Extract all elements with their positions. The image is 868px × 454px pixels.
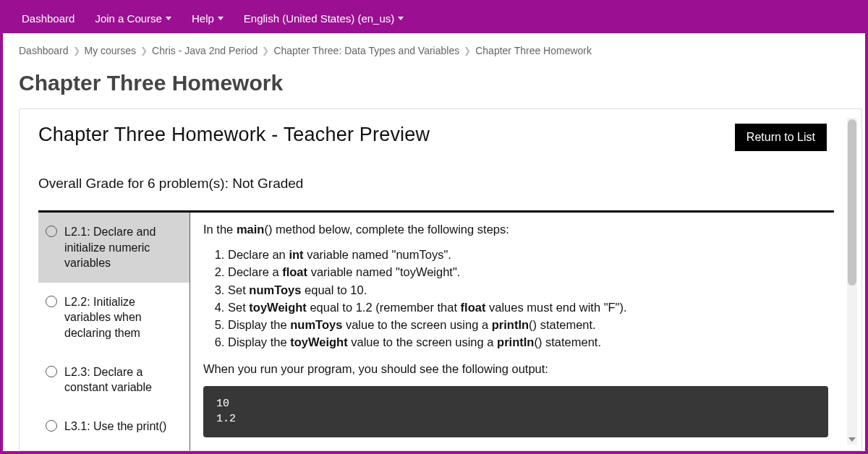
text: variable named "toyWeight".: [307, 265, 460, 278]
breadcrumb-item[interactable]: Chapter Three: Data Types and Variables: [273, 45, 459, 56]
detail-intro: In the main() method below, complete the…: [203, 223, 828, 236]
radio-icon: [46, 420, 57, 432]
text: equal to 1.2 (remember that: [307, 301, 461, 314]
radio-icon: [46, 226, 57, 237]
breadcrumb-item[interactable]: My courses: [85, 45, 137, 56]
page-title: Chapter Three Homework: [3, 68, 865, 108]
text: () statement.: [529, 318, 596, 331]
chevron-down-icon: [166, 17, 171, 20]
text-bold: toyWeight: [249, 301, 306, 314]
list-item: Declare a float variable named "toyWeigh…: [228, 264, 828, 280]
problem-detail: In the main() method below, complete the…: [190, 213, 834, 450]
text: equal to 10.: [301, 283, 367, 296]
text-bold: int: [289, 248, 303, 261]
text: Display the: [228, 335, 290, 348]
problem-item-label: L2.1: Declare and initialize numeric var…: [64, 224, 182, 271]
problem-item[interactable]: L2.1: Declare and initialize numeric var…: [38, 213, 190, 283]
problem-item-label: L3.1: Use the print(): [64, 419, 182, 434]
text-bold: numToys: [249, 283, 301, 296]
text: variable named "numToys".: [304, 248, 451, 261]
text: Declare an: [228, 248, 289, 261]
scroll-thumb[interactable]: [848, 119, 856, 286]
content-card: Chapter Three Homework - Teacher Preview…: [19, 108, 862, 451]
problem-item[interactable]: L2.3: Declare a constant variable: [38, 353, 190, 407]
text: value to the screen using a: [348, 335, 497, 348]
text: Set: [228, 301, 249, 314]
text: In the: [203, 223, 237, 236]
scroll-down-button[interactable]: [847, 434, 857, 445]
return-to-list-button[interactable]: Return to List: [735, 124, 827, 151]
nav-language-label: English (United States) (en_us): [244, 12, 394, 25]
text: () method below, complete the following …: [264, 223, 509, 236]
nav-language[interactable]: English (United States) (en_us): [234, 5, 414, 32]
problem-item[interactable]: L3.1: Use the print(): [38, 407, 190, 446]
text: Display the: [228, 318, 290, 331]
overall-grade: Overall Grade for 6 problem(s): Not Grad…: [38, 176, 856, 192]
problem-item-label: L2.3: Declare a constant variable: [64, 364, 182, 395]
problem-item-label: L2.2: Initialize variables when declarin…: [64, 294, 182, 341]
nav-dashboard-label: Dashboard: [22, 12, 75, 25]
problem-item[interactable]: L2.2: Initialize variables when declarin…: [38, 283, 190, 353]
radio-icon: [46, 366, 57, 377]
top-navbar: Dashboard Join a Course Help English (Un…: [3, 3, 865, 33]
breadcrumb-item[interactable]: Chapter Three Homework: [475, 45, 592, 56]
breadcrumb-item[interactable]: Dashboard: [19, 45, 69, 56]
nav-join-label: Join a Course: [95, 12, 162, 25]
text: Declare a: [228, 265, 282, 278]
detail-steps: Declare an int variable named "numToys".…: [228, 247, 828, 351]
text: () statement.: [534, 335, 601, 348]
expected-output: 10 1.2: [203, 386, 828, 438]
breadcrumb-item[interactable]: Chris - Java 2nd Period: [152, 45, 258, 56]
grade-label: Overall Grade for 6 problem(s):: [38, 176, 232, 191]
list-item: Display the toyWeight value to the scree…: [228, 334, 828, 350]
card-title: Chapter Three Homework - Teacher Preview: [38, 124, 430, 146]
grade-value: Not Graded: [232, 176, 303, 191]
text-bold: println: [497, 335, 534, 348]
chevron-down-icon: [848, 437, 856, 442]
text: values must end with "F").: [485, 301, 626, 314]
text: Set: [228, 283, 249, 296]
problem-list: L2.1: Declare and initialize numeric var…: [38, 213, 190, 450]
text-bold: toyWeight: [290, 335, 347, 348]
chevron-down-icon: [218, 17, 224, 20]
nav-dashboard[interactable]: Dashboard: [12, 5, 85, 32]
chevron-right-icon: ❯: [262, 46, 269, 56]
nav-join-course[interactable]: Join a Course: [85, 5, 182, 32]
text-bold: float: [461, 301, 486, 314]
text-bold: println: [492, 318, 529, 331]
chevron-down-icon: [398, 17, 404, 20]
list-item: Set numToys equal to 10.: [228, 282, 828, 298]
list-item: Set toyWeight equal to 1.2 (remember tha…: [228, 299, 828, 315]
chevron-right-icon: ❯: [73, 46, 80, 56]
text-bold: main: [237, 223, 265, 236]
text-bold: float: [282, 265, 307, 278]
list-item: Display the numToys value to the screen …: [228, 317, 828, 333]
chevron-right-icon: ❯: [464, 46, 471, 56]
scrollbar[interactable]: [847, 118, 857, 445]
list-item: Declare an int variable named "numToys".: [228, 247, 828, 262]
nav-help-label: Help: [192, 12, 214, 25]
detail-outro: When you run your program, you should se…: [203, 362, 828, 376]
chevron-right-icon: ❯: [140, 46, 148, 56]
nav-help[interactable]: Help: [182, 5, 234, 32]
text: value to the screen using a: [342, 318, 491, 331]
text-bold: numToys: [290, 318, 342, 331]
radio-icon: [46, 296, 57, 307]
breadcrumb: Dashboard ❯ My courses ❯ Chris - Java 2n…: [3, 33, 865, 68]
